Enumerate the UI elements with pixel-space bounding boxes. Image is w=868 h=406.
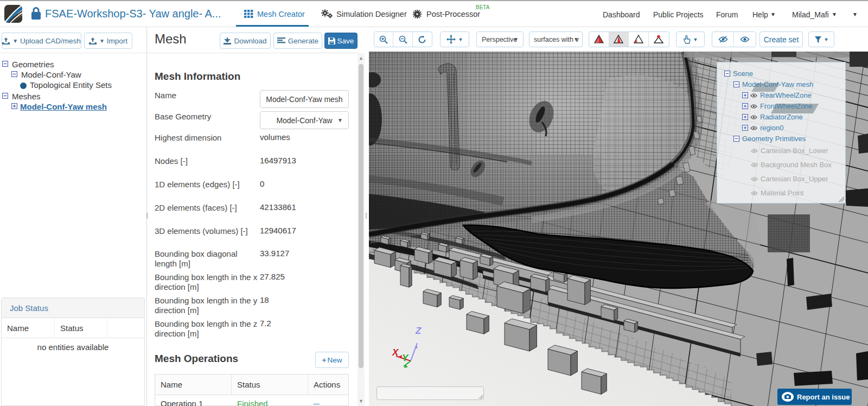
- svg-text:X: X: [392, 347, 399, 358]
- svg-text:Z: Z: [415, 326, 422, 336]
- svg-text:Y: Y: [402, 353, 409, 363]
